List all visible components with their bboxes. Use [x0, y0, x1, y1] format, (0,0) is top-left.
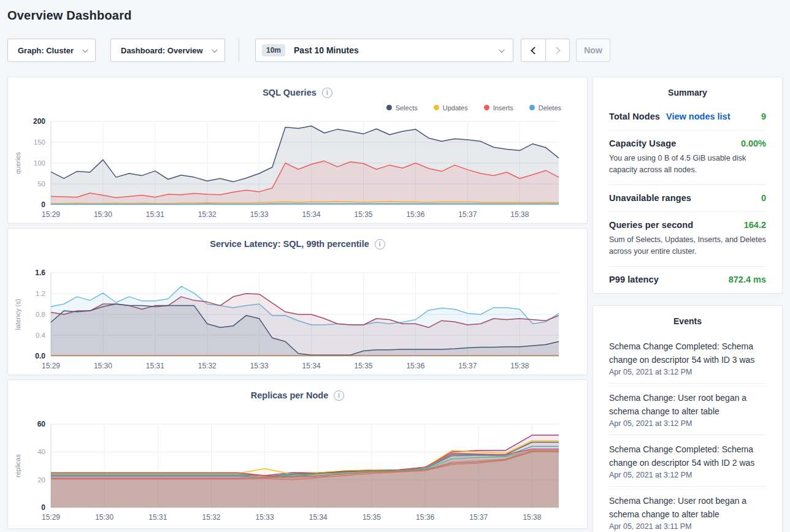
svg-text:60: 60: [37, 420, 46, 428]
events-title: Events: [609, 306, 766, 332]
legend-item-selects[interactable]: Selects: [386, 104, 418, 112]
info-icon[interactable]: i: [334, 390, 344, 401]
svg-text:latency (s): latency (s): [14, 299, 21, 330]
legend-label: Updates: [443, 104, 468, 112]
svg-text:15:37: 15:37: [469, 513, 488, 522]
chart-header: Replicas per Node i: [8, 380, 587, 403]
legend-label: Selects: [396, 104, 418, 112]
dashboard-dropdown[interactable]: Dashboard: Overview: [110, 39, 225, 62]
legend-item-inserts[interactable]: Inserts: [484, 104, 513, 112]
svg-text:15:35: 15:35: [355, 210, 373, 219]
charts-column: SQL Queries i SelectsUpdatesInsertsDelet…: [7, 77, 588, 529]
legend-dot-icon: [529, 105, 535, 110]
event-text[interactable]: Schema Change: User root began a schema …: [609, 391, 766, 418]
summary-label: Queries per second: [609, 220, 693, 230]
svg-text:15:33: 15:33: [250, 362, 269, 370]
toolbar: Graph: Cluster Dashboard: Overview 10m P…: [7, 39, 783, 62]
summary-value: 872.4 ms: [729, 275, 766, 284]
time-range-picker[interactable]: 10m Past 10 Minutes: [255, 39, 513, 62]
info-icon[interactable]: i: [322, 88, 332, 98]
svg-text:15:32: 15:32: [198, 210, 217, 219]
summary-row-capacity-usage: Capacity Usage 0.00% You are using 0 B o…: [609, 131, 766, 185]
graph-dropdown-label: Graph: Cluster: [18, 46, 74, 55]
svg-text:15:29: 15:29: [42, 210, 60, 219]
svg-text:15:33: 15:33: [250, 210, 269, 219]
legend-item-updates[interactable]: Updates: [434, 104, 468, 112]
event-text[interactable]: Schema Change: User root began a schema …: [609, 494, 766, 521]
svg-text:1.2: 1.2: [36, 290, 45, 297]
svg-text:15:35: 15:35: [362, 513, 381, 522]
svg-text:15:38: 15:38: [510, 362, 529, 370]
event-time: Apr 05, 2021 at 3:12 PM: [609, 419, 766, 428]
chevron-down-icon: [499, 47, 505, 53]
svg-text:15:37: 15:37: [458, 362, 477, 370]
chevron-down-icon: [212, 47, 218, 53]
svg-text:15:33: 15:33: [256, 513, 274, 522]
svg-text:replicas: replicas: [14, 454, 21, 477]
summary-value: 0: [761, 193, 766, 203]
legend-dot-icon: [434, 105, 439, 110]
event-item: Schema Change: User root began a schema …: [609, 384, 766, 435]
chevron-left-icon: [531, 47, 539, 55]
svg-text:15:34: 15:34: [309, 513, 328, 522]
summary-value: 0.00%: [741, 139, 766, 148]
sql-queries-chart[interactable]: 05010015020015:2915:3015:3115:3215:3315:…: [12, 115, 585, 224]
svg-text:15:36: 15:36: [416, 513, 434, 522]
replicas-per-node-chart[interactable]: 020406015:2915:3015:3115:3215:3315:3415:…: [12, 418, 585, 527]
info-icon[interactable]: i: [375, 239, 385, 249]
time-range-label: Past 10 Minutes: [294, 45, 359, 55]
summary-row-total-nodes: Total Nodes View nodes list 9: [609, 104, 766, 131]
svg-text:15:36: 15:36: [406, 362, 424, 370]
chart-legend: [8, 403, 587, 418]
service-latency-chart[interactable]: 0.00.40.81.21.615:2915:3015:3115:3215:33…: [12, 267, 585, 376]
chart-legend: SelectsUpdatesInsertsDeletes: [8, 100, 587, 115]
svg-text:15:36: 15:36: [406, 210, 424, 219]
event-item: Schema Change: User root began a schema …: [609, 487, 766, 532]
event-time: Apr 05, 2021 at 3:12 PM: [609, 368, 766, 376]
summary-label: Capacity Usage: [609, 139, 676, 148]
legend-label: Deletes: [539, 104, 561, 112]
svg-text:50: 50: [37, 180, 45, 188]
svg-text:15:37: 15:37: [458, 210, 477, 219]
svg-text:15:31: 15:31: [146, 210, 164, 219]
service-latency-panel: Service Latency: SQL, 99th percentile i …: [7, 228, 588, 375]
view-nodes-link[interactable]: View nodes list: [666, 112, 731, 121]
svg-text:0: 0: [41, 200, 45, 209]
svg-text:15:38: 15:38: [523, 513, 541, 522]
summary-row-p99-latency: P99 latency 872.4 ms: [609, 267, 766, 293]
time-prev-button[interactable]: [521, 39, 545, 61]
summary-value: 9: [761, 112, 766, 121]
svg-text:15:30: 15:30: [94, 210, 112, 219]
svg-text:15:32: 15:32: [198, 362, 217, 370]
time-next-button[interactable]: [545, 39, 569, 61]
sql-queries-panel: SQL Queries i SelectsUpdatesInsertsDelet…: [7, 77, 588, 224]
chart-header: Service Latency: SQL, 99th percentile i: [8, 229, 587, 251]
svg-text:15:38: 15:38: [510, 210, 529, 219]
summary-description: You are using 0 B of 4.5 GiB usable disk…: [609, 153, 766, 176]
main-content: SQL Queries i SelectsUpdatesInsertsDelet…: [7, 77, 783, 532]
svg-text:200: 200: [33, 117, 45, 126]
chevron-right-icon: [553, 47, 561, 55]
event-text[interactable]: Schema Change Completed: Schema change o…: [609, 443, 766, 469]
now-button[interactable]: Now: [576, 39, 610, 62]
graph-dropdown[interactable]: Graph: Cluster: [7, 39, 96, 62]
chart-title: SQL Queries: [263, 88, 316, 97]
svg-text:20: 20: [37, 476, 45, 484]
summary-label: P99 latency: [609, 275, 659, 284]
chart-title: Service Latency: SQL, 99th percentile: [210, 239, 369, 249]
time-nav-group: [521, 39, 570, 62]
summary-description: Sum of Selects, Updates, Inserts, and De…: [609, 234, 766, 257]
event-text[interactable]: Schema Change Completed: Schema change o…: [609, 340, 766, 367]
time-range-badge: 10m: [262, 44, 285, 56]
event-time: Apr 05, 2021 at 3:12 PM: [609, 471, 766, 479]
svg-text:1.6: 1.6: [35, 268, 45, 277]
legend-dot-icon: [484, 105, 489, 110]
svg-text:15:34: 15:34: [302, 362, 321, 370]
svg-text:0.8: 0.8: [36, 311, 45, 318]
svg-text:0.0: 0.0: [35, 352, 45, 360]
legend-item-deletes[interactable]: Deletes: [529, 104, 561, 112]
chart-title: Replicas per Node: [251, 390, 329, 400]
summary-row-queries-per-second: Queries per second 164.2 Sum of Selects,…: [609, 212, 766, 267]
summary-label: Unavailable ranges: [609, 193, 691, 203]
svg-text:15:30: 15:30: [95, 513, 113, 522]
